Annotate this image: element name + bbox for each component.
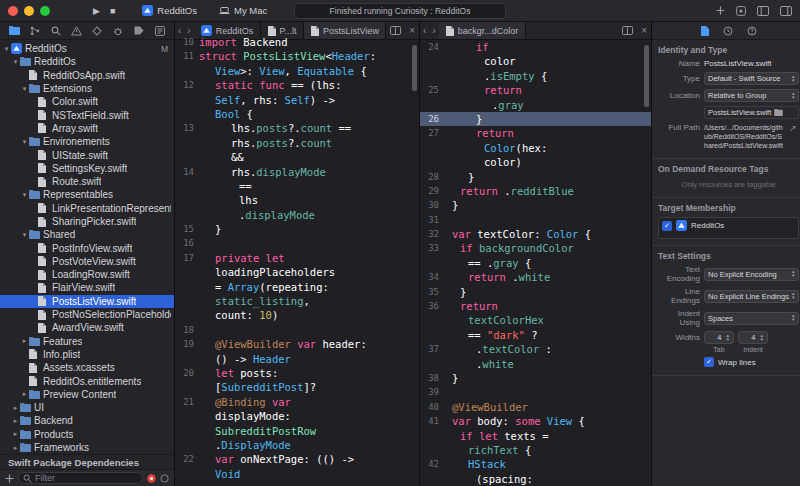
- navigator-row[interactable]: ▾RedditOs: [0, 55, 174, 68]
- destination-selector[interactable]: My Mac: [219, 5, 267, 16]
- breakpoints-navigator-icon[interactable]: [130, 24, 147, 38]
- location-dropdown[interactable]: Relative to Group ▲▼: [704, 89, 799, 102]
- navigator-row[interactable]: Assets.xcassets: [0, 361, 174, 374]
- issues-navigator-icon[interactable]: [68, 24, 85, 38]
- folder-icon[interactable]: [774, 109, 783, 116]
- quick-help-inspector-icon[interactable]: [747, 26, 757, 36]
- wrap-lines-checkbox[interactable]: [704, 357, 714, 367]
- find-navigator-icon[interactable]: [47, 24, 64, 38]
- disclosure-icon[interactable]: ▸: [11, 430, 20, 438]
- tab-width-stepper[interactable]: 4 ▲▼: [704, 331, 734, 344]
- navigator-row[interactable]: ▸Preview Content: [0, 388, 174, 401]
- disclosure-icon[interactable]: ▸: [11, 444, 20, 452]
- navigator-row[interactable]: Array.swift: [0, 122, 174, 135]
- tests-navigator-icon[interactable]: [89, 24, 106, 38]
- navigator-toggle-icon[interactable]: [757, 6, 769, 16]
- indent-width-stepper[interactable]: 4 ▲▼: [738, 331, 768, 344]
- swift-icon: [38, 217, 52, 227]
- inspector-toggle-icon[interactable]: [780, 6, 792, 16]
- stop-button[interactable]: ■: [105, 6, 120, 16]
- debug-navigator-icon[interactable]: [110, 24, 127, 38]
- navigator-row[interactable]: ▸UI: [0, 401, 174, 414]
- minimize-window-button[interactable]: [24, 6, 34, 16]
- target-row[interactable]: RedditOs: [662, 220, 795, 231]
- navigator-row[interactable]: NSTextField.swift: [0, 108, 174, 121]
- navigator-row[interactable]: AwardView.swift: [0, 321, 174, 334]
- add-file-icon[interactable]: [5, 474, 14, 483]
- file-tree[interactable]: ▾RedditOsM▾RedditOsRedditOsApp.swift▾Ext…: [0, 40, 174, 454]
- disclosure-icon[interactable]: ▸: [20, 390, 29, 398]
- navigator-row[interactable]: ▸Features: [0, 335, 174, 348]
- project-navigator-icon[interactable]: [6, 24, 23, 38]
- code-line: &&: [175, 150, 419, 164]
- disclosure-icon[interactable]: ▾: [20, 231, 29, 239]
- file-name-field[interactable]: PostsListView.swift: [704, 59, 799, 68]
- split-editor-icon[interactable]: [618, 22, 637, 39]
- navigator-row[interactable]: ▸Frameworks: [0, 441, 174, 454]
- disclosure-icon[interactable]: ▸: [20, 337, 29, 345]
- source-control-navigator-icon[interactable]: [27, 24, 44, 38]
- history-inspector-icon[interactable]: [723, 26, 733, 36]
- navigator-row[interactable]: RedditOs.entitlements: [0, 374, 174, 387]
- disclosure-icon[interactable]: ▾: [2, 45, 11, 53]
- editor-tab[interactable]: backgr...dColor: [439, 22, 527, 39]
- reveal-arrow-icon[interactable]: ↗: [789, 123, 799, 133]
- disclosure-icon[interactable]: ▸: [11, 417, 20, 425]
- navigator-row[interactable]: ▾Representables: [0, 188, 174, 201]
- code-line: 13lhs.posts?.count ==: [175, 121, 419, 135]
- stepper-arrows-icon[interactable]: ▲▼: [760, 334, 764, 342]
- text-encoding-dropdown[interactable]: No Explicit Encoding ▲▼: [704, 268, 799, 281]
- navigator-row[interactable]: SettingsKey.swift: [0, 162, 174, 175]
- type-dropdown[interactable]: Default - Swift Source ▲▼: [704, 72, 799, 85]
- navigator-row[interactable]: SharingPicker.swift: [0, 215, 174, 228]
- disclosure-icon[interactable]: ▾: [20, 138, 29, 146]
- line-endings-dropdown[interactable]: No Explicit Line Endings ▲▼: [704, 290, 799, 303]
- navigator-row[interactable]: UIState.swift: [0, 148, 174, 161]
- target-checkbox[interactable]: [662, 221, 672, 231]
- filter-input[interactable]: Filter: [18, 472, 143, 484]
- scrollbar[interactable]: [412, 42, 418, 484]
- navigator-row[interactable]: PostsListView.swift: [0, 295, 174, 308]
- navigator-row[interactable]: PostInfoView.swift: [0, 241, 174, 254]
- navigator-row[interactable]: LoadingRow.swift: [0, 268, 174, 281]
- navigator-row[interactable]: Color.swift: [0, 95, 174, 108]
- navigator-row[interactable]: ▾Extensions: [0, 82, 174, 95]
- close-editor-icon[interactable]: ×: [637, 22, 651, 39]
- scrollbar[interactable]: [644, 42, 650, 484]
- disclosure-icon[interactable]: ▾: [20, 191, 29, 199]
- zoom-window-button[interactable]: [40, 6, 50, 16]
- close-window-button[interactable]: [8, 6, 18, 16]
- disclosure-icon[interactable]: ▾: [11, 58, 20, 66]
- swift-package-dependencies-section[interactable]: Swift Package Dependencies: [0, 454, 174, 469]
- navigator-row[interactable]: ▸Products: [0, 428, 174, 441]
- run-button[interactable]: ▶: [88, 6, 105, 16]
- stepper-arrows-icon[interactable]: ▲▼: [726, 334, 730, 342]
- navigator-row[interactable]: ▾Environements: [0, 135, 174, 148]
- navigator-row[interactable]: RedditOsApp.swift: [0, 69, 174, 82]
- navigator-row[interactable]: PostNoSelectionPlaceholder...: [0, 308, 174, 321]
- filter-scope-icon[interactable]: [160, 474, 169, 483]
- indent-using-dropdown[interactable]: Spaces ▲▼: [704, 312, 799, 325]
- navigator-row[interactable]: LinkPresentationRepresenta...: [0, 202, 174, 215]
- reports-navigator-icon[interactable]: [151, 24, 168, 38]
- scrollbar-thumb[interactable]: [644, 45, 649, 107]
- navigator-row[interactable]: ▾Shared: [0, 228, 174, 241]
- navigator-row[interactable]: FlairView.swift: [0, 281, 174, 294]
- file-inspector-icon[interactable]: [701, 26, 709, 36]
- navigator-row[interactable]: Info.plist: [0, 348, 174, 361]
- back-button[interactable]: ‹: [420, 22, 429, 39]
- navigator-row[interactable]: ▾RedditOsM: [0, 42, 174, 55]
- add-button-icon[interactable]: [716, 6, 725, 15]
- disclosure-icon[interactable]: ▸: [11, 404, 20, 412]
- library-icon[interactable]: [736, 6, 746, 16]
- scheme-selector[interactable]: RedditOs: [142, 5, 197, 16]
- location-file-field[interactable]: PostsListView.swift: [704, 106, 799, 119]
- navigator-row[interactable]: PostVoteView.swift: [0, 255, 174, 268]
- source-editor[interactable]: 10import Backend11struct PostsListView<H…: [175, 35, 419, 486]
- scrollbar-thumb[interactable]: [412, 45, 417, 91]
- navigator-row[interactable]: Route.swift: [0, 175, 174, 188]
- disclosure-icon[interactable]: ▾: [20, 85, 29, 93]
- source-editor[interactable]: 24ifcolor.isEmpty {25return.gray26}27ret…: [420, 40, 651, 486]
- navigator-row[interactable]: ▸Backend: [0, 414, 174, 427]
- forward-button[interactable]: ›: [429, 22, 438, 39]
